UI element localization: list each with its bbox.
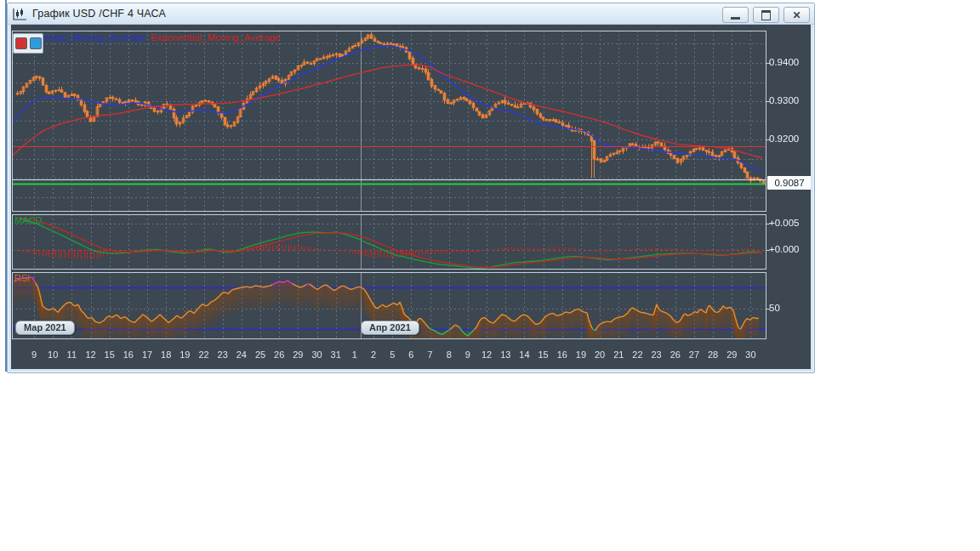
restore-icon (761, 10, 771, 20)
macd-panel-label: MACD (14, 215, 42, 225)
chart-client-area: ential_Moving_Average: Exponential_Movin… (11, 25, 811, 369)
window-titlebar[interactable]: График USD /CHF 4 ЧАСА ✕ (8, 3, 814, 25)
time-axis-label: 26 (274, 349, 284, 360)
red-indicator-button[interactable] (15, 37, 27, 49)
time-axis-label: 16 (123, 349, 134, 360)
desktop: График USD /CHF 4 ЧАСА ✕ ential_Moving_A… (0, 0, 980, 551)
macd-axis-label: +0.000 (769, 244, 800, 254)
time-axis-label: 22 (198, 349, 208, 360)
time-axis-label: 20 (595, 349, 605, 360)
time-axis-label: 29 (726, 349, 737, 360)
period-label-box: Апр 2021 (361, 321, 419, 335)
time-axis-label: 21 (613, 349, 624, 360)
restore-button[interactable] (753, 7, 779, 23)
time-axis-label: 16 (557, 349, 567, 360)
time-axis-label: 23 (218, 349, 228, 360)
time-axis-label: 11 (67, 349, 77, 360)
minimize-icon (731, 17, 740, 20)
sma-legend-label: ential_Moving_Average: (43, 32, 148, 43)
time-axis-label: 7 (428, 349, 433, 360)
time-axis-label: 22 (632, 349, 642, 360)
time-axis-label: 26 (670, 349, 681, 360)
rsi-axis-label: 50 (769, 303, 780, 313)
time-axis-label: 1 (352, 349, 357, 360)
time-axis-label: 12 (85, 349, 95, 360)
time-axis-label: 27 (689, 349, 699, 360)
time-axis-label: 30 (311, 349, 322, 360)
price-axis-label: 0.9200 (769, 133, 799, 144)
time-axis-label: 23 (651, 349, 661, 360)
time-axis-label: 31 (331, 349, 341, 360)
time-axis-label: 29 (293, 349, 303, 360)
time-axis-label: 30 (745, 349, 755, 360)
macd-axis-label: +0.005 (769, 218, 800, 228)
time-axis-label: 15 (105, 349, 115, 360)
time-axis-label: 15 (538, 349, 548, 360)
price-axis-label: 0.9400 (769, 57, 799, 67)
time-axis-label: 12 (481, 349, 492, 360)
rsi-panel-label: RSI (14, 273, 30, 283)
window-title: График USD /CHF 4 ЧАСА (32, 8, 166, 20)
time-axis-label: 25 (255, 349, 265, 360)
time-axis-label: 10 (48, 349, 58, 360)
indicator-button-box (13, 33, 43, 54)
time-axis-label: 9 (465, 349, 470, 360)
time-axis-label: 24 (236, 349, 247, 360)
time-axis-label: 2 (371, 349, 376, 360)
chart-canvas[interactable] (11, 25, 809, 367)
ma-legend: ential_Moving_Average: Exponential_Movin… (43, 32, 281, 43)
time-axis-label: 9 (31, 349, 37, 360)
time-axis-label: 19 (179, 349, 190, 360)
time-axis-label: 6 (408, 349, 413, 360)
time-axis-label: 8 (447, 349, 452, 360)
period-label-box: Мар 2021 (15, 321, 75, 335)
time-axis-label: 18 (161, 349, 171, 360)
current-price-box: 0.9087 (767, 176, 811, 190)
close-button[interactable]: ✕ (783, 7, 810, 23)
time-axis-label: 19 (576, 349, 586, 360)
blue-indicator-button[interactable] (30, 37, 42, 49)
minimize-button[interactable] (722, 7, 749, 23)
window-controls: ✕ (722, 7, 810, 23)
time-axis-label: 14 (519, 349, 529, 360)
time-axis-label: 13 (500, 349, 510, 360)
price-axis-label: 0.9300 (769, 95, 799, 105)
close-icon: ✕ (792, 10, 801, 20)
chart-icon (13, 8, 27, 20)
chart-window[interactable]: График USD /CHF 4 ЧАСА ✕ ential_Moving_A… (7, 3, 815, 373)
time-axis-label: 28 (708, 349, 718, 360)
time-axis-label: 17 (142, 349, 152, 360)
time-axis-label: 5 (390, 349, 395, 360)
ema-legend-label: Exponential_Moving_Average (151, 32, 281, 43)
